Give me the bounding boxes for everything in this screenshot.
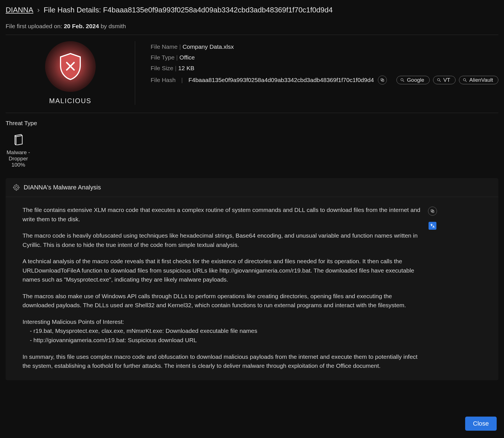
search-google-button[interactable]: Google <box>396 76 429 84</box>
meta-file-size: File Size | 12 KB <box>151 65 498 72</box>
analysis-side-tools <box>428 205 437 371</box>
upload-by: by <box>101 23 107 29</box>
meta-sep: | <box>181 77 183 83</box>
copy-hash-button[interactable] <box>378 76 387 85</box>
meta-sep: | <box>175 65 177 72</box>
analysis-paragraph: The macro code is heavily obfuscated usi… <box>23 231 422 249</box>
target-icon <box>13 184 20 191</box>
translate-button[interactable] <box>429 222 436 230</box>
threat-name: Malware - Dropper <box>0 149 37 162</box>
file-meta-column: File Name | Company Data.xlsx File Type … <box>135 41 498 105</box>
page-title-prefix: File Hash Details: <box>44 6 101 14</box>
page-title: File Hash Details: F4baaa8135e0f9a993f02… <box>44 6 333 14</box>
breadcrumb: DIANNA › File Hash Details: F4baaa8135e0… <box>6 6 498 14</box>
pill-label: Google <box>407 77 424 83</box>
svg-line-5 <box>440 81 441 82</box>
breadcrumb-root-link[interactable]: DIANNA <box>6 6 33 14</box>
meta-label: File Size <box>151 65 173 72</box>
external-search-links: Google VT AlienVault <box>396 76 498 84</box>
copy-icon <box>430 209 435 213</box>
upload-user: dsmith <box>108 23 126 29</box>
search-icon <box>463 78 467 82</box>
upload-date: 20 Feb. 2024 <box>64 23 99 29</box>
meta-file-name: File Name | Company Data.xlsx <box>151 43 498 50</box>
poi-item: - http://giovannigameria.com/r19.bat: Su… <box>23 337 197 343</box>
threat-section-title: Threat Type <box>6 120 498 127</box>
search-icon <box>437 78 441 82</box>
threat-type-section: Threat Type Malware - Dropper 100% <box>6 113 498 176</box>
analysis-paragraph: The macros also make use of Windows API … <box>23 292 422 310</box>
verdict-column: MALICIOUS <box>6 41 135 105</box>
analysis-body: The file contains extensive XLM macro co… <box>23 205 422 371</box>
poi-item: - r19.bat, Msysprotect.exe, clax.exe, mN… <box>23 328 257 334</box>
meta-label: File Type <box>151 54 175 61</box>
pill-label: VT <box>443 77 450 83</box>
svg-line-7 <box>465 81 467 82</box>
svg-point-2 <box>401 79 403 81</box>
analysis-poi: Interesting Malicious Points of Interest… <box>23 317 422 345</box>
analysis-paragraph: The file contains extensive XLM macro co… <box>23 205 422 224</box>
verdict-label: MALICIOUS <box>49 97 91 105</box>
analysis-paragraph: A technical analysis of the macro code r… <box>23 257 422 284</box>
threat-confidence: 100% <box>12 162 25 168</box>
chevron-right-icon: › <box>37 6 40 14</box>
meta-file-hash: File Hash | F4baaa8135e0f9a993f0258a4d09… <box>151 76 498 85</box>
upload-meta: File first uploaded on: 20 Feb. 2024 by … <box>6 23 498 30</box>
translate-icon <box>430 223 435 228</box>
svg-point-8 <box>14 185 19 190</box>
analysis-paragraph: In summary, this file uses complex macro… <box>23 352 422 371</box>
close-button[interactable]: Close <box>465 417 497 431</box>
meta-value: 12 KB <box>178 65 194 72</box>
search-alienvault-button[interactable]: AlienVault <box>459 76 498 84</box>
upload-prefix: File first uploaded on: <box>6 23 62 29</box>
poi-title: Interesting Malicious Points of Interest… <box>23 318 124 325</box>
threat-type-item: Malware - Dropper 100% <box>0 133 37 168</box>
analysis-title: DIANNA's Malware Analysis <box>24 184 101 191</box>
search-vt-button[interactable]: VT <box>433 76 456 84</box>
meta-value: F4baaa8135e0f9a993f0258a4d09ab3342cbd3ad… <box>188 77 374 83</box>
meta-sep: | <box>179 43 181 50</box>
verdict-shield-icon <box>45 41 96 92</box>
dropper-icon <box>13 133 24 147</box>
meta-value: Office <box>179 54 195 61</box>
meta-value: Company Data.xlsx <box>182 43 234 50</box>
shield-x-icon <box>58 52 82 81</box>
meta-label: File Name <box>151 43 178 50</box>
analysis-header: DIANNA's Malware Analysis <box>6 178 498 197</box>
meta-file-type: File Type | Office <box>151 54 498 61</box>
page-title-hash: F4baaa8135e0f9a993f0258a4d09ab3342cbd3ad… <box>103 6 333 14</box>
meta-label: File Hash <box>151 77 176 83</box>
svg-point-6 <box>463 79 466 81</box>
svg-point-9 <box>15 186 17 189</box>
svg-point-4 <box>437 79 440 81</box>
meta-sep: | <box>176 54 178 61</box>
copy-icon <box>380 78 385 82</box>
svg-line-3 <box>403 81 404 82</box>
analysis-panel: DIANNA's Malware Analysis The file conta… <box>6 178 498 380</box>
file-summary-row: MALICIOUS File Name | Company Data.xlsx … <box>6 35 498 113</box>
search-icon <box>400 78 405 82</box>
copy-analysis-button[interactable] <box>428 207 437 216</box>
pill-label: AlienVault <box>469 77 493 83</box>
